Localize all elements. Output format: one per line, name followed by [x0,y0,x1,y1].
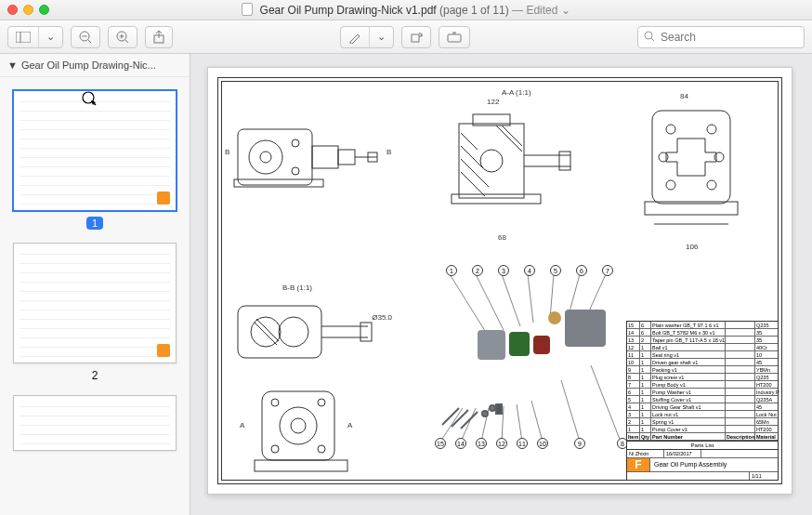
bottom-left-view: A A [245,384,366,477]
parts-list-row: 156Plain washer GB_T 97.1 6 v1Q235 [627,322,778,329]
view-mode-dropdown[interactable]: ⌄ [39,27,62,47]
svg-line-78 [561,380,580,442]
sidebar-toggle-button[interactable] [8,27,39,47]
zoom-window-button[interactable] [39,5,49,15]
svg-line-76 [517,404,522,442]
parts-list-row: 11Pump Cover v1HT200 [627,426,778,433]
callout-9: 9 [574,438,585,449]
page-thumbnail-3[interactable] [13,395,177,451]
drawing-sheet: B B A-A (1:1) 122 [207,67,792,495]
col-mat: Material [755,433,779,440]
svg-point-60 [271,399,279,406]
svg-line-68 [528,274,533,323]
svg-point-42 [666,125,675,134]
svg-rect-23 [312,146,338,168]
zoom-out-button[interactable] [71,26,100,48]
page-thumbnail-1[interactable] [13,90,177,211]
dim-84: 84 [680,92,688,100]
svg-line-38 [496,125,522,152]
minimize-window-button[interactable] [23,5,33,15]
search-field[interactable] [637,26,805,48]
markup-button[interactable] [341,27,370,47]
fusion-logo-icon: F [627,458,649,471]
markup-dropdown[interactable]: ⌄ [370,27,393,47]
svg-point-59 [291,418,306,433]
svg-rect-12 [448,34,461,42]
rotate-button[interactable] [401,26,431,48]
svg-point-21 [292,139,299,147]
svg-rect-27 [459,124,524,198]
callout-3: 3 [498,265,509,276]
callout-1: 1 [446,265,457,276]
svg-line-67 [502,274,520,326]
col-part: Part Number [651,433,726,440]
section-mark-a-right: A [347,421,352,429]
svg-rect-28 [452,194,541,204]
svg-line-6 [125,40,128,43]
svg-rect-64 [255,460,347,471]
share-button[interactable] [145,26,173,48]
svg-point-44 [666,180,675,190]
callout-5: 5 [550,265,561,276]
callout-10: 10 [537,438,548,449]
parts-list-row: 61Pump Washer v1Industry Paper [627,389,778,396]
svg-rect-0 [16,32,31,43]
parts-list-title: Parts List [627,441,778,450]
svg-line-35 [461,146,483,168]
thumbnails-sidebar[interactable]: ▼ Gear Oil Pump Drawing-Nic... 1 2 [0,54,190,515]
dim-106: 106 [686,243,698,251]
svg-point-58 [280,407,317,444]
section-bb-view: Ø35.0 [229,295,386,369]
svg-line-77 [531,401,543,442]
svg-rect-85 [496,404,502,414]
close-window-button[interactable] [7,5,18,15]
svg-line-34 [461,133,478,150]
search-input[interactable] [661,31,800,44]
parts-list-row: 81Plug screw v1Q235 [627,374,778,381]
front-view: B B [229,101,386,204]
page-thumbnail-2[interactable] [13,243,177,363]
sidebar-filename-label: Gear Oil Pump Drawing-Nic... [21,59,156,71]
svg-point-84 [490,405,495,411]
callout-4: 4 [524,265,535,276]
title-edited: — Edited [512,4,557,17]
zoom-in-button[interactable] [108,26,138,48]
svg-line-53 [256,319,279,341]
callout-13: 13 [476,438,487,449]
parts-list-row: 41Driving Gear Shaft v145 [627,403,778,411]
svg-point-45 [707,180,716,190]
col-qty: Qty [640,433,651,440]
toolbar: ⌄ ⌄ [0,20,812,54]
parts-list-row: 101Driven gear shaft v145 [627,359,778,366]
window-title: Gear Oil Pump Drawing-Nick v1.pdf (page … [0,3,812,17]
callout-6: 6 [576,265,587,276]
parts-list-row: 91Packing v1YBMn [627,366,778,374]
title-filename: Gear Oil Pump Drawing-Nick v1.pdf [260,4,437,17]
svg-point-30 [480,150,503,172]
parts-list: 156Plain washer GB_T 97.1 6 v1Q235146Bol… [627,322,778,433]
date-label: 16/02/2017 [664,450,701,457]
col-desc: Description [726,433,755,440]
svg-rect-18 [234,179,323,187]
callout-12: 12 [496,438,507,449]
svg-point-19 [249,140,282,174]
markup-toolbar-button[interactable] [439,26,470,48]
svg-point-62 [271,445,279,453]
callout-2: 2 [472,265,483,276]
sidebar-header[interactable]: ▼ Gear Oil Pump Drawing-Nic... [0,54,190,77]
document-viewport[interactable]: B B A-A (1:1) 122 [190,54,812,515]
disclosure-triangle-icon[interactable]: ▼ [7,59,18,71]
author-label: Ni Zhixin [627,450,664,457]
search-icon [644,31,655,44]
view-mode-group: ⌄ [7,26,63,48]
document-icon [242,3,253,16]
col-item: Item [627,433,640,440]
svg-rect-11 [412,34,419,42]
svg-rect-24 [338,150,355,165]
window-controls [7,5,49,15]
parts-list-row: 121Ball v140Cr [627,344,778,351]
title-dropdown-icon[interactable]: ⌄ [561,4,570,17]
main-area: ▼ Gear Oil Pump Drawing-Nic... 1 2 [0,54,812,515]
svg-point-15 [645,32,652,39]
sheet-number: 1/11 [750,472,778,480]
